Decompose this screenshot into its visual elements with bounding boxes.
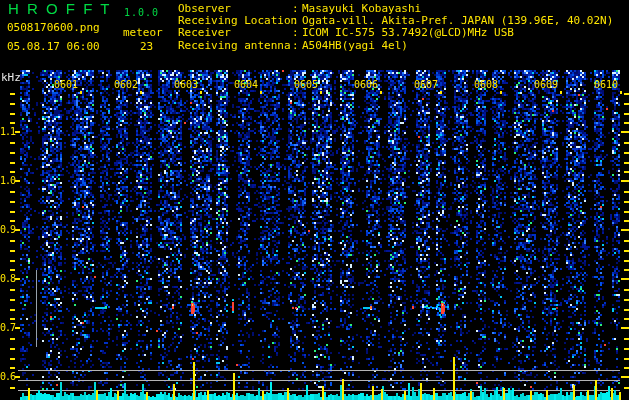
- output-filename: 0508170600.png: [7, 22, 100, 34]
- time-label: 0609: [534, 79, 560, 91]
- info-label: Receiver: [178, 27, 231, 39]
- time-label: 0607: [414, 79, 440, 91]
- freq-tick-label: 0.9: [0, 224, 15, 236]
- freq-tick-label: 0.8: [0, 273, 15, 285]
- echo-count: 23: [140, 41, 153, 53]
- time-label: 0604: [234, 79, 260, 91]
- time-label: 0610: [594, 79, 620, 91]
- time-label: 0605: [294, 79, 320, 91]
- mode-label: meteor: [123, 27, 163, 39]
- info-value: ICOM IC-575 53.7492(@LCD)MHz USB: [302, 27, 514, 39]
- freq-unit-label: kHz: [1, 72, 21, 84]
- info-colon: :: [292, 27, 299, 39]
- datetime-label: 05.08.17 06:00: [7, 41, 100, 53]
- time-label: 0601: [54, 79, 80, 91]
- info-colon: :: [292, 40, 299, 52]
- app-version: 1.0.0: [124, 7, 159, 19]
- freq-tick-label: 0.7: [0, 322, 15, 334]
- time-label: 0603: [174, 79, 200, 91]
- time-label: 0606: [354, 79, 380, 91]
- freq-tick-label: 0.6: [0, 371, 15, 383]
- app-title: H R O F F T: [8, 3, 111, 15]
- time-label: 0608: [474, 79, 500, 91]
- hrofft-window: H R O F F T 1.0.0 0508170600.png meteor …: [0, 0, 629, 400]
- freq-tick-label: 1.1: [0, 126, 15, 138]
- spectrogram-canvas: [0, 0, 629, 400]
- time-label: 0602: [114, 79, 140, 91]
- info-value: A504HB(yagi 4el): [302, 40, 408, 52]
- info-label: Receiving antenna: [178, 40, 291, 52]
- freq-tick-label: 1.0: [0, 175, 15, 187]
